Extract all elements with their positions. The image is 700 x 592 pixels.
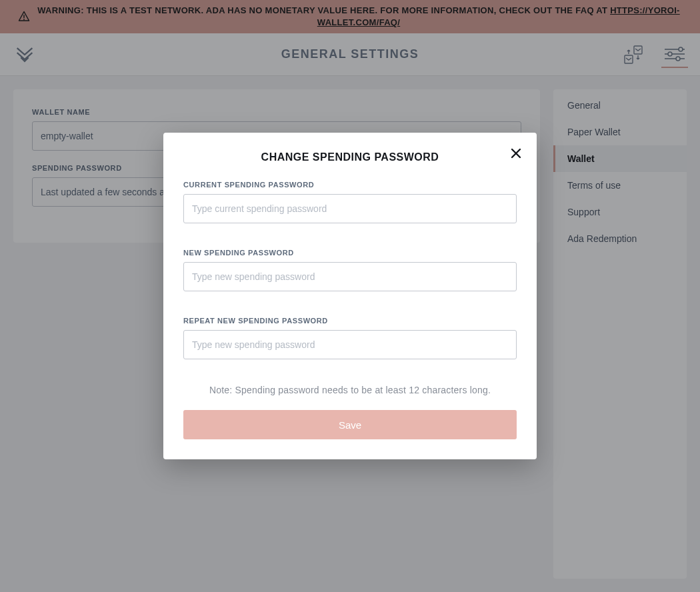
password-length-note: Note: Spending password needs to be at l… [183,385,517,395]
new-password-label: NEW SPENDING PASSWORD [183,249,517,257]
modal-title: CHANGE SPENDING PASSWORD [183,151,517,163]
new-password-input[interactable] [183,262,517,291]
save-button[interactable]: Save [183,410,517,439]
current-password-input[interactable] [183,194,517,223]
current-password-label: CURRENT SPENDING PASSWORD [183,181,517,189]
close-icon [510,147,522,159]
repeat-password-input[interactable] [183,330,517,359]
modal-overlay[interactable]: CHANGE SPENDING PASSWORD CURRENT SPENDIN… [0,0,700,592]
repeat-password-label: REPEAT NEW SPENDING PASSWORD [183,317,517,325]
change-spending-password-modal: CHANGE SPENDING PASSWORD CURRENT SPENDIN… [163,133,537,459]
close-button[interactable] [507,145,525,162]
